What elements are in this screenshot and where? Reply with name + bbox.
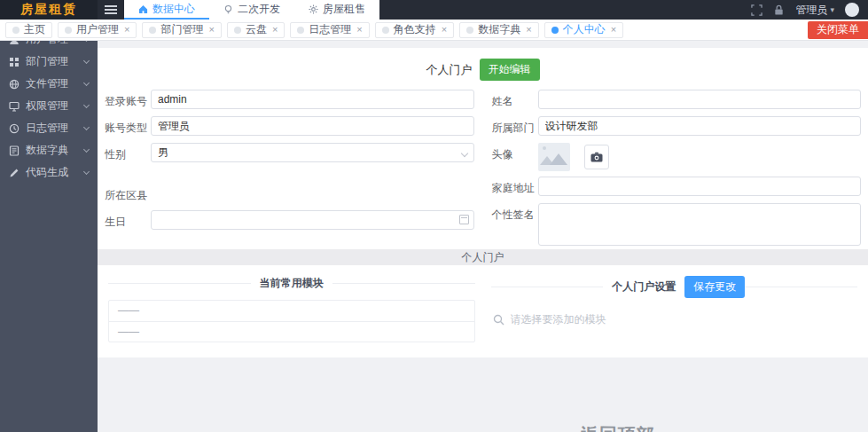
- sidebar-item-file-mgmt[interactable]: 文件管理: [0, 73, 98, 95]
- username: 管理员: [795, 3, 827, 18]
- tab-label: 日志管理: [309, 22, 351, 37]
- chevron-down-icon: [83, 168, 90, 174]
- portal-form: 登录账号 账号类型 性别 所在区县: [98, 90, 868, 256]
- section-bar-title: 个人门户: [462, 250, 504, 265]
- sidebar-item-label: 文件管理: [26, 76, 68, 91]
- close-icon[interactable]: ×: [441, 25, 447, 35]
- close-icon[interactable]: ×: [207, 25, 214, 35]
- gender-label: 性别: [105, 143, 151, 162]
- close-menu-button[interactable]: 关闭菜单: [808, 21, 868, 39]
- tab-dot: [382, 27, 389, 34]
- top-bar: 房屋租赁 数据中心 二次开发 房屋租售 管理员 ▾: [0, 0, 868, 20]
- top-nav-data-center[interactable]: 数据中心: [124, 0, 209, 20]
- calendar-icon[interactable]: [459, 215, 469, 224]
- gender-select[interactable]: [151, 143, 474, 162]
- module-list-item[interactable]: ——: [109, 301, 474, 321]
- name-input[interactable]: [538, 90, 862, 109]
- page-tab-bar: 主页 用户管理 × 部门管理 × 云盘 × 日志管理 × 角色支持 × 数据字典…: [0, 20, 868, 41]
- tab-dot: [12, 27, 20, 34]
- dept-input[interactable]: [538, 116, 862, 136]
- close-icon[interactable]: ×: [271, 25, 278, 35]
- account-type-input[interactable]: [151, 116, 474, 136]
- save-changes-button[interactable]: 保存更改: [684, 276, 745, 298]
- chevron-down-icon: [83, 123, 90, 130]
- tab-home[interactable]: 主页: [5, 22, 52, 38]
- close-icon[interactable]: ×: [123, 25, 129, 35]
- main-content: 个人门户 开始编辑 登录账号 账号类型 性别: [98, 41, 868, 432]
- birthday-input[interactable]: [151, 210, 474, 230]
- close-icon[interactable]: ×: [525, 25, 531, 35]
- globe-icon: [9, 79, 20, 90]
- sidebar-item-code-gen[interactable]: 代码生成: [0, 161, 98, 184]
- chevron-down-icon: [83, 101, 90, 107]
- login-account-input[interactable]: [151, 90, 474, 109]
- signature-textarea[interactable]: [538, 203, 862, 246]
- portal-settings-area: 当前常用模块 —— —— 个人门户设置 保存更改 请选择要添加的模块: [98, 265, 868, 357]
- close-icon[interactable]: ×: [356, 25, 362, 35]
- bulb-icon: [223, 4, 233, 14]
- home-icon: [138, 4, 148, 14]
- county-input[interactable]: [151, 184, 474, 203]
- tab-label: 用户管理: [76, 22, 119, 37]
- tab-dot: [149, 27, 156, 34]
- sidebar-item-log-mgmt[interactable]: 日志管理: [0, 117, 98, 139]
- top-nav-house-rent[interactable]: 房屋租售: [294, 0, 379, 20]
- tab-cloud-disk[interactable]: 云盘 ×: [227, 22, 285, 38]
- close-icon[interactable]: ×: [610, 25, 616, 35]
- sidebar-item-label: 日志管理: [26, 121, 68, 136]
- fullscreen-icon[interactable]: [751, 4, 762, 16]
- chevron-down-icon: [83, 57, 90, 63]
- app-logo: 房屋租赁: [0, 0, 98, 20]
- tab-role-support[interactable]: 角色支持 ×: [375, 22, 454, 38]
- county-label: 所在区县: [105, 184, 151, 203]
- sidebar-item-dept-mgmt[interactable]: 部门管理: [0, 51, 98, 73]
- pencil-icon: [9, 168, 20, 178]
- dict-icon: [9, 145, 20, 156]
- lock-icon[interactable]: [773, 4, 785, 16]
- sidebar-item-label: 数据字典: [26, 143, 68, 158]
- tab-dot: [297, 27, 304, 34]
- sidebar-item-data-dict[interactable]: 数据字典: [0, 139, 98, 161]
- avatar[interactable]: [845, 3, 859, 17]
- sidebar-item-label: 代码生成: [26, 165, 68, 180]
- top-nav-label: 二次开发: [238, 2, 280, 17]
- tab-personal-center[interactable]: 个人中心 ×: [544, 22, 623, 38]
- top-nav-label: 房屋租售: [323, 2, 365, 17]
- tab-data-dict[interactable]: 数据字典 ×: [459, 22, 538, 38]
- tab-log-mgmt[interactable]: 日志管理 ×: [290, 22, 369, 38]
- tab-dot: [234, 27, 241, 34]
- sidebar-item-permission-mgmt[interactable]: 权限管理: [0, 95, 98, 117]
- tab-label: 部门管理: [160, 22, 203, 37]
- upload-avatar-button[interactable]: [584, 145, 609, 169]
- tab-user-mgmt[interactable]: 用户管理 ×: [58, 22, 137, 38]
- user-menu[interactable]: 管理员 ▾: [795, 3, 834, 18]
- top-bar-right: 管理员 ▾: [751, 0, 868, 20]
- tab-dept-mgmt[interactable]: 部门管理 ×: [142, 22, 221, 38]
- tab-label: 数据字典: [478, 22, 520, 37]
- start-edit-button[interactable]: 开始编辑: [480, 59, 540, 81]
- portal-settings-panel: 个人门户设置 保存更改 请选择要添加的模块: [491, 276, 858, 342]
- top-nav-secondary-dev[interactable]: 二次开发: [209, 0, 294, 20]
- module-list-item[interactable]: ——: [109, 321, 474, 342]
- address-label: 家庭地址: [492, 177, 538, 196]
- sidebar: 用户管理 部门管理 文件管理 权限管理 日志管理 数据字典 代码生成: [0, 20, 98, 432]
- sidebar-item-label: 权限管理: [26, 98, 68, 114]
- portal-title: 个人门户: [426, 62, 473, 78]
- birthday-label: 生日: [105, 210, 151, 230]
- personal-portal-card: 个人门户 开始编辑 登录账号 账号类型 性别: [98, 48, 868, 249]
- menu-toggle-icon[interactable]: [98, 0, 124, 20]
- org-icon: [9, 57, 20, 67]
- tab-label: 角色支持: [394, 22, 436, 37]
- module-search-placeholder: 请选择要添加的模块: [511, 312, 606, 327]
- portal-settings-title: 个人门户设置: [612, 279, 676, 295]
- tab-label: 主页: [24, 22, 45, 37]
- module-search[interactable]: 请选择要添加的模块: [491, 312, 858, 327]
- camera-icon: [590, 152, 603, 162]
- chevron-down-icon: [83, 145, 90, 152]
- module-list: —— ——: [108, 300, 475, 342]
- top-nav: 数据中心 二次开发 房屋租售: [124, 0, 379, 20]
- clock-icon: [9, 123, 20, 134]
- avatar-label: 头像: [492, 143, 538, 171]
- tab-dot: [466, 27, 473, 34]
- address-input[interactable]: [538, 177, 862, 196]
